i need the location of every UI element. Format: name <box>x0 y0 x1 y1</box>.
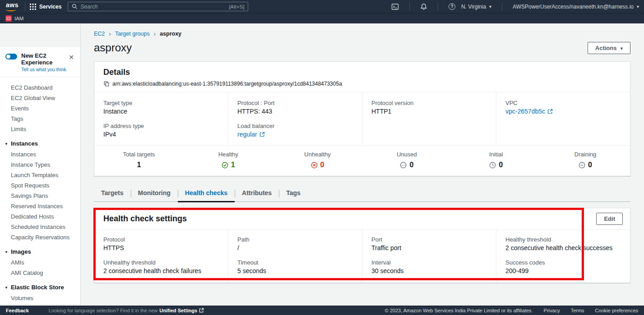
sidebar-section-instances[interactable]: Instances <box>0 138 80 149</box>
field-success-codes: Success codes 200-499 <box>505 259 621 274</box>
privacy-link[interactable]: Privacy <box>544 308 560 313</box>
aws-logo-smile <box>6 8 16 11</box>
details-grid: Target type Instance IP address type IPv… <box>94 92 630 145</box>
sidebar-section-elastic-block-store[interactable]: Elastic Block Store <box>0 282 80 293</box>
sidebar-item-amis[interactable]: AMIs <box>0 257 80 268</box>
region-label: N. Virginia <box>461 4 486 10</box>
check-circle-icon <box>222 162 228 169</box>
sidebar-item-tags[interactable]: Tags <box>0 114 80 124</box>
sidebar-item-volumes[interactable]: Volumes <box>0 293 80 303</box>
tab-targets[interactable]: Targets <box>94 186 131 201</box>
field-ip-address-type: IP address type IPv4 <box>103 123 219 138</box>
favorites-item-iam[interactable]: IAM <box>14 16 23 21</box>
chevron-right-icon <box>109 31 111 37</box>
new-experience-title: New EC2 Experience <box>21 52 75 66</box>
aws-logo[interactable]: aws <box>5 1 20 12</box>
sidebar-item-limits[interactable]: Limits <box>0 124 80 134</box>
sidebar-nav: EC2 Dashboard EC2 Global View Events Tag… <box>0 77 80 306</box>
tab-attributes[interactable]: Attributes <box>235 186 279 201</box>
sidebar-item-dedicated-hosts[interactable]: Dedicated Hosts <box>0 211 80 222</box>
services-menu-button[interactable]: Services <box>30 4 61 10</box>
sidebar-item-spot-requests[interactable]: Spot Requests <box>0 180 80 191</box>
sidebar-item-launch-templates[interactable]: Launch Templates <box>0 170 80 180</box>
sidebar-item-instance-types[interactable]: Instance Types <box>0 160 80 170</box>
new-experience-toggle[interactable] <box>5 54 17 59</box>
sidebar-item-ami-catalog[interactable]: AMI Catalog <box>0 268 80 278</box>
chevron-down-icon <box>620 45 623 51</box>
region-selector[interactable]: N. Virginia <box>461 4 491 10</box>
chevron-down-icon <box>5 283 8 291</box>
field-interval: Interval 30 seconds <box>371 259 487 274</box>
notifications-bell-icon[interactable] <box>420 3 427 10</box>
help-icon[interactable] <box>449 3 455 10</box>
cookie-preferences-link[interactable]: Cookie preferences <box>595 308 638 313</box>
field-vpc: VPC vpc-2657db5c <box>505 100 621 115</box>
page-title: asproxy <box>94 41 132 54</box>
account-menu[interactable]: AWSPowerUserAccess/navaneeth.kn@harness.… <box>513 4 639 10</box>
tab-tags[interactable]: Tags <box>279 186 308 201</box>
health-check-grid: Protocol HTTPS Unhealthy threshold 2 con… <box>94 230 630 283</box>
feedback-button[interactable]: Feedback <box>6 308 29 313</box>
iam-service-icon <box>5 15 12 22</box>
actions-button[interactable]: Actions <box>588 42 630 54</box>
health-check-column: Port Traffic port Interval 30 seconds <box>362 230 496 283</box>
sidebar-item-ec2-dashboard[interactable]: EC2 Dashboard <box>0 82 80 93</box>
tab-monitoring[interactable]: Monitoring <box>131 186 178 201</box>
sidebar-item-reserved-instances[interactable]: Reserved Instances <box>0 201 80 211</box>
health-check-column: Protocol HTTPS Unhealthy threshold 2 con… <box>94 230 228 283</box>
field-protocol: Protocol HTTPS <box>103 236 219 251</box>
copyright-text: © 2023, Amazon Web Services India Privat… <box>385 308 533 313</box>
page-header: asproxy Actions <box>94 41 630 54</box>
tab-health-checks[interactable]: Health checks <box>178 186 235 201</box>
account-label: AWSPowerUserAccess/navaneeth.kn@harness.… <box>513 4 634 10</box>
new-experience-box: New EC2 Experience Tell us what you thin… <box>0 47 80 77</box>
counter-initial: Initial 0 <box>451 151 541 169</box>
footer-right: © 2023, Amazon Web Services India Privat… <box>385 308 638 313</box>
unified-settings-link[interactable]: Unified Settings <box>159 308 204 313</box>
search-input[interactable] <box>80 4 226 10</box>
tab-bar: Targets Monitoring Health checks Attribu… <box>94 186 630 202</box>
edit-button[interactable]: Edit <box>596 213 623 225</box>
cloudshell-icon[interactable] <box>391 3 399 10</box>
close-icon[interactable] <box>69 54 74 60</box>
field-path: Path / <box>237 236 353 251</box>
global-search[interactable]: [Alt+S] <box>68 2 248 11</box>
counter-unused: Unused 0 <box>362 151 451 169</box>
breadcrumb-ec2[interactable]: EC2 <box>94 31 105 37</box>
sidebar-item-instances[interactable]: Instances <box>0 149 80 160</box>
divider <box>25 3 25 11</box>
health-check-header: Health check settings Edit <box>94 208 630 230</box>
minus-circle-icon <box>579 162 585 169</box>
copy-icon[interactable] <box>103 81 110 87</box>
sidebar-item-events[interactable]: Events <box>0 103 80 114</box>
sidebar-item-ec2-global-view[interactable]: EC2 Global View <box>0 93 80 103</box>
details-card: Details arn:aws:elasticloadbalancing:us-… <box>94 61 630 176</box>
external-link-icon <box>259 132 265 137</box>
field-load-balancer: Load balancer regular <box>237 123 353 138</box>
content-area: New EC2 Experience Tell us what you thin… <box>0 23 644 306</box>
sidebar-item-scheduled-instances[interactable]: Scheduled Instances <box>0 222 80 232</box>
load-balancer-link[interactable]: regular <box>237 131 265 138</box>
external-link-icon <box>547 109 553 114</box>
counter-unhealthy: Unhealthy 0 <box>273 151 362 169</box>
breadcrumb-target-groups[interactable]: Target groups <box>115 31 149 37</box>
sidebar-section-images[interactable]: Images <box>0 246 80 257</box>
divider <box>502 3 502 11</box>
details-column: Protocol version HTTP1 <box>362 92 496 145</box>
main-content: EC2 Target groups asproxy asproxy Action… <box>81 23 644 306</box>
new-experience-text: New EC2 Experience Tell us what you thin… <box>21 52 75 73</box>
sidebar-item-capacity-reservations[interactable]: Capacity Reservations <box>0 232 80 242</box>
field-unhealthy-threshold: Unhealthy threshold 2 consecutive health… <box>103 259 219 274</box>
details-column: Target type Instance IP address type IPv… <box>94 92 228 145</box>
search-shortcut-hint: [Alt+S] <box>229 4 244 9</box>
tell-us-link[interactable]: Tell us what you think <box>21 67 66 72</box>
chevron-down-icon <box>5 248 8 256</box>
sidebar: New EC2 Experience Tell us what you thin… <box>0 23 81 306</box>
health-check-column: Path / Timeout 5 seconds <box>228 230 362 283</box>
sidebar-item-savings-plans[interactable]: Savings Plans <box>0 191 80 201</box>
health-check-column: Healthy threshold 2 consecutive health c… <box>496 230 630 283</box>
health-check-settings-card: Health check settings Edit Protocol HTTP… <box>94 208 630 283</box>
vpc-link[interactable]: vpc-2657db5c <box>505 108 553 115</box>
field-timeout: Timeout 5 seconds <box>237 259 353 274</box>
terms-link[interactable]: Terms <box>571 308 584 313</box>
